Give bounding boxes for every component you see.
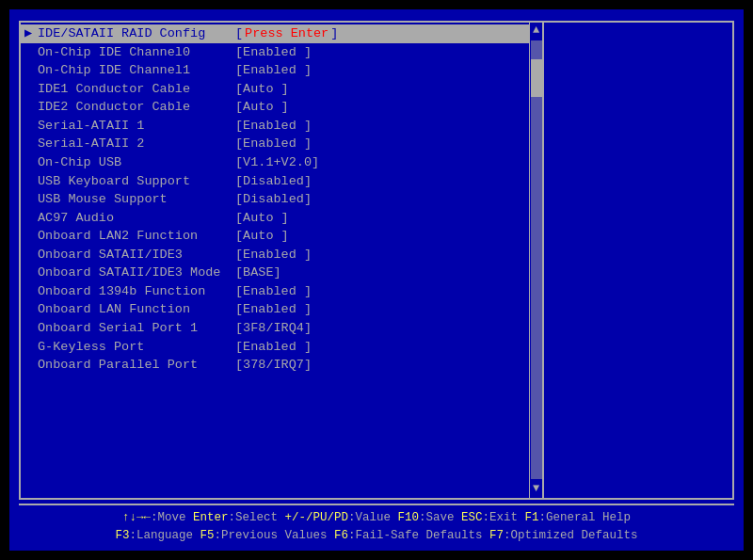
row-value-13: [BASE]: [235, 264, 281, 282]
row-name-1: On-Chip IDE Channel0: [38, 43, 235, 62]
footer-key: F1: [518, 511, 539, 524]
menu-row-3[interactable]: IDE1 Conductor Cable[Auto ]: [21, 80, 529, 99]
menu-row-11[interactable]: Onboard LAN2 Function[Auto ]: [21, 227, 529, 246]
menu-row-7[interactable]: On-Chip USB[V1.1+V2.0]: [21, 153, 529, 172]
row-name-7: On-Chip USB: [38, 153, 235, 172]
row-value-3: [Auto ]: [235, 80, 289, 99]
row-name-2: On-Chip IDE Channel1: [38, 61, 235, 80]
row-name-15: Onboard LAN Function: [38, 300, 235, 319]
row-value-14: [Enabled ]: [235, 282, 312, 301]
footer-label: :Select: [228, 511, 278, 524]
menu-row-2[interactable]: On-Chip IDE Channel1[Enabled ]: [21, 61, 529, 80]
menu-row-12[interactable]: Onboard SATAII/IDE3[Enabled ]: [21, 246, 529, 264]
menu-row-13[interactable]: Onboard SATAII/IDE3 Mode[BASE]: [21, 264, 529, 282]
row-value-6: [Enabled ]: [235, 135, 312, 153]
menu-row-9[interactable]: USB Mouse Support[Disabled]: [21, 190, 529, 209]
menu-row-6[interactable]: Serial-ATAII 2[Enabled ]: [21, 135, 529, 153]
footer-key: F3: [115, 529, 129, 542]
row-value-15: [Enabled ]: [235, 300, 312, 319]
row-value-12: [Enabled ]: [235, 246, 312, 264]
row-name-10: AC97 Audio: [38, 209, 235, 228]
footer-key: F5: [193, 529, 215, 542]
footer-label: :Exit: [483, 511, 519, 524]
footer-key: Enter: [185, 511, 228, 524]
row-value-9: [Disabled]: [235, 190, 312, 209]
row-name-8: USB Keyboard Support: [38, 172, 235, 191]
footer-line2: F3:Language F5:Previous Values F6:Fail-S…: [19, 527, 734, 544]
footer-key: +/-/PU/PD: [278, 511, 348, 524]
row-value-18: [378/IRQ7]: [235, 356, 312, 375]
footer-key: ↑↓→←: [122, 511, 151, 524]
footer-key: F10: [391, 511, 419, 524]
row-name-12: Onboard SATAII/IDE3: [38, 246, 235, 264]
main-area: ▶IDE/SATAII RAID Config[Press Enter] On-…: [19, 21, 734, 500]
row-value-16: [3F8/IRQ4]: [235, 319, 312, 338]
row-name-6: Serial-ATAII 2: [38, 135, 235, 153]
menu-row-16[interactable]: Onboard Serial Port 1[3F8/IRQ4]: [21, 319, 529, 338]
row-name-11: Onboard LAN2 Function: [38, 227, 235, 246]
row-value-17: [Enabled ]: [235, 338, 312, 357]
row-name-9: USB Mouse Support: [38, 190, 235, 209]
footer-label: :Save: [419, 511, 455, 524]
scroll-up-arrow[interactable]: ▲: [530, 23, 542, 39]
footer-label: :Optimized Defaults: [504, 529, 638, 542]
menu-row-0[interactable]: ▶IDE/SATAII RAID Config[Press Enter]: [21, 24, 529, 43]
row-value-11: [Auto ]: [235, 227, 289, 246]
footer-label: :Fail-Safe Defaults: [348, 529, 483, 542]
footer-label: :Move: [151, 511, 186, 524]
scroll-down-arrow[interactable]: ▼: [530, 481, 542, 497]
row-value-5: [Enabled ]: [235, 117, 312, 136]
footer-label: :Value: [348, 511, 391, 524]
footer-key: ESC: [455, 511, 483, 524]
row-name-4: IDE2 Conductor Cable: [38, 98, 235, 117]
menu-row-8[interactable]: USB Keyboard Support[Disabled]: [21, 172, 529, 191]
menu-row-5[interactable]: Serial-ATAII 1[Enabled ]: [21, 117, 529, 136]
row-name-18: Onboard Parallel Port: [38, 356, 235, 375]
footer: ↑↓→←:Move Enter:Select +/-/PU/PD:Value F…: [19, 504, 734, 545]
row-value-2: [Enabled ]: [235, 61, 312, 80]
rows-container: ▶IDE/SATAII RAID Config[Press Enter] On-…: [21, 24, 542, 375]
scroll-thumb: [531, 59, 542, 97]
bios-screen: ▶IDE/SATAII RAID Config[Press Enter] On-…: [9, 9, 744, 551]
row-name-3: IDE1 Conductor Cable: [38, 80, 235, 99]
footer-key: F7: [483, 529, 505, 542]
menu-row-14[interactable]: Onboard 1394b Function[Enabled ]: [21, 282, 529, 301]
row-name-14: Onboard 1394b Function: [38, 282, 235, 301]
left-panel: ▶IDE/SATAII RAID Config[Press Enter] On-…: [21, 23, 544, 498]
row-value-1: [Enabled ]: [235, 43, 312, 62]
menu-row-4[interactable]: IDE2 Conductor Cable[Auto ]: [21, 98, 529, 117]
row-name-5: Serial-ATAII 1: [38, 117, 235, 136]
menu-row-10[interactable]: AC97 Audio[Auto ]: [21, 209, 529, 228]
footer-key: F6: [327, 529, 348, 542]
scroll-track: [531, 40, 542, 479]
footer-label: :General Help: [539, 511, 632, 524]
menu-row-17[interactable]: G-Keyless Port[Enabled ]: [21, 338, 529, 357]
row-value-7: [V1.1+V2.0]: [235, 153, 319, 172]
row-name-16: Onboard Serial Port 1: [38, 319, 235, 338]
row-value-0: Press Enter: [243, 24, 330, 43]
row-value-4: [Auto ]: [235, 98, 289, 117]
right-panel: [544, 23, 732, 498]
menu-row-15[interactable]: Onboard LAN Function[Enabled ]: [21, 300, 529, 319]
row-arrow-0: ▶: [24, 24, 34, 43]
row-value-wrapper-0: [Press Enter]: [235, 24, 338, 43]
footer-label: :Language: [129, 529, 193, 542]
row-name-17: G-Keyless Port: [38, 338, 235, 357]
scrollbar: ▲ ▼: [529, 23, 542, 498]
row-name-0: IDE/SATAII RAID Config: [38, 24, 235, 43]
row-name-13: Onboard SATAII/IDE3 Mode: [38, 264, 235, 282]
footer-label: :Previous Values: [214, 529, 327, 542]
row-value-10: [Auto ]: [235, 209, 289, 228]
menu-row-1[interactable]: On-Chip IDE Channel0[Enabled ]: [21, 43, 529, 62]
menu-row-18[interactable]: Onboard Parallel Port[378/IRQ7]: [21, 356, 529, 375]
row-value-8: [Disabled]: [235, 172, 312, 191]
footer-line1: ↑↓→←:Move Enter:Select +/-/PU/PD:Value F…: [19, 509, 734, 526]
